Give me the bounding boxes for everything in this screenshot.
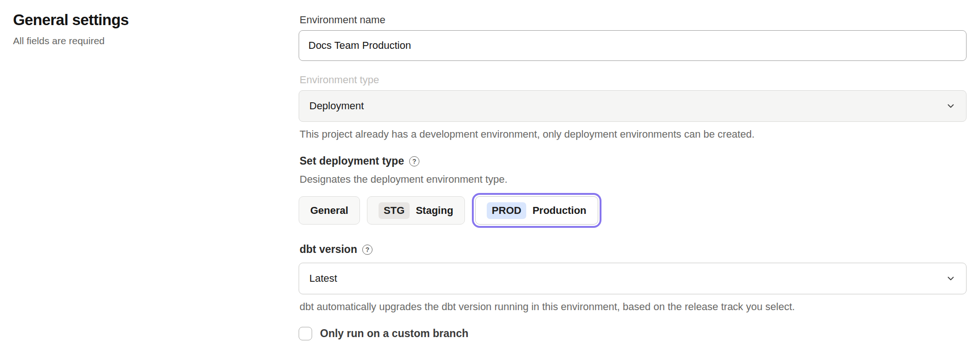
- deployment-type-general-label: General: [310, 205, 348, 217]
- production-badge: PROD: [487, 202, 527, 219]
- custom-branch-checkbox[interactable]: [299, 327, 312, 340]
- custom-branch-label: Only run on a custom branch: [320, 327, 468, 340]
- deployment-type-options: General STG Staging PROD Production: [299, 193, 967, 228]
- deployment-type-staging-label: Staging: [416, 205, 453, 217]
- deployment-type-description: Designates the deployment environment ty…: [300, 173, 967, 186]
- environment-type-helper: This project already has a development e…: [300, 128, 967, 140]
- help-icon[interactable]: ?: [409, 156, 419, 166]
- staging-badge: STG: [379, 202, 410, 219]
- general-settings-form: Environment name Environment type Deploy…: [299, 14, 967, 340]
- settings-summary-panel: General settings All fields are required: [13, 11, 273, 46]
- dbt-version-heading: dbt version: [300, 243, 357, 256]
- help-icon[interactable]: ?: [362, 245, 372, 255]
- custom-branch-row: Only run on a custom branch: [299, 327, 967, 340]
- page-title: General settings: [13, 11, 273, 29]
- dbt-version-value: Latest: [309, 272, 337, 285]
- environment-type-value: Deployment: [309, 100, 364, 112]
- deployment-type-production-button[interactable]: PROD Production: [475, 196, 598, 225]
- deployment-type-heading: Set deployment type: [300, 155, 404, 167]
- environment-type-select: Deployment: [299, 90, 967, 122]
- deployment-type-general-button[interactable]: General: [299, 196, 360, 225]
- deployment-type-staging-button[interactable]: STG Staging: [367, 196, 465, 225]
- dbt-version-heading-row: dbt version ?: [300, 243, 967, 256]
- deployment-type-production-label: Production: [532, 205, 586, 217]
- deployment-type-heading-row: Set deployment type ?: [300, 155, 967, 167]
- dbt-version-select[interactable]: Latest: [299, 263, 967, 294]
- environment-name-input[interactable]: [299, 30, 967, 61]
- chevron-down-icon: [946, 101, 956, 111]
- dbt-version-helper: dbt automatically upgrades the dbt versi…: [300, 301, 967, 313]
- page-subtitle: All fields are required: [13, 35, 273, 46]
- environment-type-label: Environment type: [300, 74, 967, 86]
- chevron-down-icon: [946, 273, 956, 284]
- environment-name-label: Environment name: [300, 14, 967, 26]
